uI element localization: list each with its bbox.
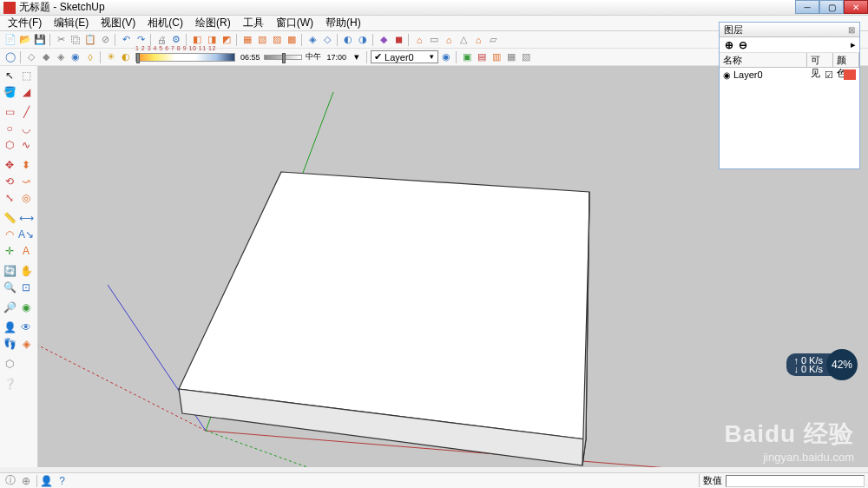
select-icon[interactable]: ↖ xyxy=(2,68,17,83)
add-layer-icon[interactable]: ⊕ xyxy=(723,39,734,50)
menu-file[interactable]: 文件(F) xyxy=(2,15,48,31)
time-dropdown-icon[interactable]: ▾ xyxy=(350,50,364,64)
menu-help[interactable]: 帮助(H) xyxy=(319,15,367,31)
arc-icon[interactable]: ◡ xyxy=(18,121,34,136)
paste-icon[interactable]: 📋 xyxy=(83,33,97,47)
status-geo-icon[interactable]: ⊕ xyxy=(19,474,32,487)
move-icon[interactable]: ✥ xyxy=(2,157,17,173)
building-2-icon[interactable]: ▭ xyxy=(427,33,441,47)
offset-icon[interactable]: ◎ xyxy=(18,190,34,206)
menu-draw[interactable]: 绘图(R) xyxy=(189,15,237,31)
polygon-icon[interactable]: ⬡ xyxy=(2,137,17,153)
freehand-icon[interactable]: ∿ xyxy=(18,137,34,153)
time-slider-2-handle[interactable] xyxy=(282,53,286,63)
orbit-icon[interactable]: 🔄 xyxy=(2,263,17,279)
zoom-window-icon[interactable]: ⊡ xyxy=(18,280,34,295)
remove-layer-icon[interactable]: ⊖ xyxy=(737,39,748,50)
cut-icon[interactable]: ✂ xyxy=(54,33,68,47)
dimension-icon[interactable]: ⟷ xyxy=(18,210,34,226)
layers-header-name[interactable]: 名称 xyxy=(720,53,807,67)
component-3-icon[interactable]: ▨ xyxy=(270,33,284,47)
time-slider-handle[interactable] xyxy=(136,53,140,63)
eraser-icon[interactable]: ◢ xyxy=(18,84,34,100)
render-3-icon[interactable]: ◈ xyxy=(54,50,68,64)
open-file-icon[interactable]: 📂 xyxy=(18,33,32,47)
minimize-button[interactable]: ─ xyxy=(795,0,819,14)
status-info-icon[interactable]: ⓘ xyxy=(3,474,16,487)
time-slider[interactable] xyxy=(135,53,235,62)
ext-3-icon[interactable]: ▥ xyxy=(490,50,503,64)
component-2-icon[interactable]: ▧ xyxy=(255,33,269,47)
walk-icon[interactable]: 👣 xyxy=(2,336,17,352)
layers-panel-close-icon[interactable]: ⊠ xyxy=(848,25,855,35)
layers-panel-title-bar[interactable]: 图层 ⊠ xyxy=(720,23,859,37)
rotate-icon[interactable]: ⟲ xyxy=(2,174,17,189)
ext-1-icon[interactable]: ▣ xyxy=(460,50,474,64)
text-icon[interactable]: A↘ xyxy=(18,227,34,242)
prev-view-icon[interactable]: 🔎 xyxy=(2,300,17,315)
help-icon[interactable]: ❔ xyxy=(2,376,17,392)
ext-5-icon[interactable]: ▧ xyxy=(519,50,533,64)
menu-view[interactable]: 视图(V) xyxy=(95,15,141,31)
style-1-icon[interactable]: ◯ xyxy=(3,50,17,64)
time-slider-2[interactable] xyxy=(264,55,302,60)
layers-flyout-icon[interactable]: ▸ xyxy=(851,39,856,50)
menu-window[interactable]: 窗口(W) xyxy=(270,15,319,31)
layer-tool-2-icon[interactable]: ◇ xyxy=(320,33,334,47)
make-component-icon[interactable]: ⬚ xyxy=(18,68,34,83)
save-file-icon[interactable]: 💾 xyxy=(33,33,47,47)
undo-icon[interactable]: ↶ xyxy=(119,33,133,47)
paint-bucket-icon[interactable]: 🪣 xyxy=(2,84,17,100)
plugin-2-icon[interactable]: ◼ xyxy=(391,33,405,47)
zoom-icon[interactable]: 🔍 xyxy=(2,280,17,295)
status-user-icon[interactable]: 👤 xyxy=(40,474,53,487)
render-5-icon[interactable]: ◊ xyxy=(83,50,97,64)
tape-icon[interactable]: 📏 xyxy=(2,210,17,226)
line-icon[interactable]: ╱ xyxy=(18,104,34,120)
building-1-icon[interactable]: ⌂ xyxy=(412,33,426,47)
status-help-icon[interactable]: ? xyxy=(56,474,69,487)
section-icon[interactable]: ◈ xyxy=(18,336,34,352)
layer-dropdown[interactable]: ✔ Layer0 ▼ xyxy=(371,50,438,63)
protractor-icon[interactable]: ◠ xyxy=(2,227,17,242)
followme-icon[interactable]: ⤻ xyxy=(18,174,34,189)
view-tool-2-icon[interactable]: ◑ xyxy=(356,33,370,47)
layers-header-color[interactable]: 颜色 xyxy=(833,53,859,67)
layer-visible-checkbox[interactable]: ☑ xyxy=(818,69,840,81)
axes-icon[interactable]: ✛ xyxy=(2,243,17,259)
render-2-icon[interactable]: ◆ xyxy=(39,50,53,64)
building-3-icon[interactable]: ⌂ xyxy=(442,33,456,47)
building-6-icon[interactable]: ▱ xyxy=(486,33,500,47)
new-file-icon[interactable]: 📄 xyxy=(3,33,17,47)
shadow-icon[interactable]: ◐ xyxy=(119,50,133,64)
component-4-icon[interactable]: ▩ xyxy=(285,33,299,47)
component-1-icon[interactable]: ▦ xyxy=(240,33,254,47)
position-camera-icon[interactable]: 👤 xyxy=(2,320,17,335)
sun-icon[interactable]: ☀ xyxy=(104,50,118,64)
render-1-icon[interactable]: ◇ xyxy=(24,50,38,64)
render-4-icon[interactable]: ◉ xyxy=(69,50,82,64)
plugin-1-icon[interactable]: ◆ xyxy=(377,33,391,47)
ext-2-icon[interactable]: ▤ xyxy=(475,50,489,64)
copy-icon[interactable]: ⿻ xyxy=(69,33,82,47)
google-icon[interactable]: ⬡ xyxy=(2,356,17,372)
look-around-icon[interactable]: 👁 xyxy=(18,320,34,335)
scale-icon[interactable]: ⤡ xyxy=(2,190,17,206)
layer-color-swatch[interactable] xyxy=(844,69,856,80)
view-tool-1-icon[interactable]: ◐ xyxy=(341,33,355,47)
3dtext-icon[interactable]: A xyxy=(18,243,34,259)
menu-tools[interactable]: 工具 xyxy=(237,15,270,31)
layer-active-radio-icon[interactable]: ◉ xyxy=(723,70,731,80)
delete-icon[interactable]: ⊘ xyxy=(98,33,112,47)
status-value-input[interactable] xyxy=(726,475,865,487)
building-4-icon[interactable]: △ xyxy=(457,33,470,47)
layer-row[interactable]: ◉ Layer0 ☑ xyxy=(720,68,859,82)
zoom-extents-icon[interactable]: ◉ xyxy=(18,300,34,315)
rectangle-icon[interactable]: ▭ xyxy=(2,104,17,120)
pan-icon[interactable]: ✋ xyxy=(18,263,34,279)
layer-tool-1-icon[interactable]: ◈ xyxy=(306,33,319,47)
circle-icon[interactable]: ○ xyxy=(2,121,17,136)
building-5-icon[interactable]: ⌂ xyxy=(471,33,485,47)
menu-camera[interactable]: 相机(C) xyxy=(141,15,189,31)
maximize-button[interactable]: ▢ xyxy=(819,0,844,14)
